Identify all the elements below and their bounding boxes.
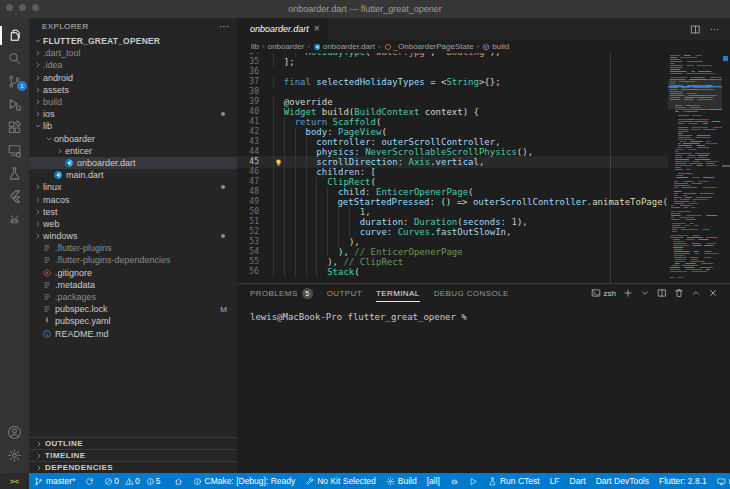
tree-item-onboarder-dart[interactable]: onboarder.dart [29, 157, 237, 169]
tree-item-ios[interactable]: ios [29, 108, 237, 120]
tree-item--flutter-plugins[interactable]: .flutter-plugins [29, 242, 237, 254]
terminal-output[interactable]: lewis@MacBook-Pro flutter_great_opener % [237, 302, 730, 474]
code-line-50: 501, [237, 207, 668, 217]
kill-terminal-icon[interactable] [674, 288, 684, 298]
tree-item-onboarder[interactable]: onboarder [29, 133, 237, 145]
breadcrumb-lib[interactable]: lib [251, 42, 259, 51]
tree-item--gitignore[interactable]: .gitignore [29, 267, 237, 279]
tree-item--packages[interactable]: .packages [29, 291, 237, 303]
activity-explorer-icon[interactable] [0, 24, 29, 47]
breadcrumb-onboarder-dart[interactable]: onboarder.dart [313, 42, 375, 51]
status-sync-changes[interactable] [80, 473, 99, 489]
vscode-window: onboarder.dart — flutter_great_opener 1 … [0, 0, 730, 489]
chevron-right-icon [33, 86, 43, 94]
overview-ruler[interactable] [722, 53, 730, 283]
line-number: 43 [237, 137, 259, 147]
breadcrumb--onboarderpagestate[interactable]: _OnboarderPageState [384, 42, 474, 51]
activity-flutter-icon[interactable] [0, 185, 29, 208]
status-flutter-version[interactable]: Flutter: 2.8.1 [654, 473, 712, 489]
activity-source-control-icon[interactable]: 1 [0, 70, 29, 93]
close-window-button[interactable] [6, 4, 13, 11]
line-number: 39 [237, 97, 259, 107]
explorer-more-actions-icon[interactable]: ··· [219, 24, 229, 30]
status-cmake-build[interactable]: Build [381, 473, 422, 489]
tree-item-pubspec-lock[interactable]: pubspec.lockM [29, 303, 237, 315]
tree-item-lib[interactable]: lib [29, 120, 237, 132]
activity-android-emulator-icon[interactable] [0, 208, 29, 231]
tree-item-build[interactable]: build [29, 96, 237, 108]
activity-remote-explorer-icon[interactable] [0, 139, 29, 162]
tree-item-windows[interactable]: windows [29, 230, 237, 242]
panel-tab-debug-console[interactable]: DEBUG CONSOLE [434, 284, 509, 302]
lightbulb-icon[interactable] [274, 158, 283, 167]
editor-more-actions-icon[interactable] [709, 24, 720, 35]
status-language-mode[interactable]: Dart [565, 473, 591, 489]
zoom-window-button[interactable] [32, 4, 39, 11]
code-token: , [365, 207, 370, 217]
code-token: Widget [284, 107, 322, 117]
tab-close-icon[interactable]: × [314, 25, 320, 33]
section-timeline[interactable]: TIMELINE [29, 449, 237, 461]
status-dart-devtools[interactable]: Dart DevTools [591, 473, 654, 489]
monitor-icon [717, 477, 726, 486]
split-terminal-icon[interactable] [657, 288, 667, 298]
activity-run-debug-icon[interactable] [0, 93, 29, 116]
tree-item-label: android [43, 73, 73, 83]
activity-settings-icon[interactable] [0, 444, 29, 467]
terminal-profile-icon[interactable]: zsh [591, 288, 616, 298]
maximize-panel-icon[interactable] [691, 288, 701, 298]
status-cmake-debug[interactable] [445, 473, 464, 489]
tree-item--dart-tool[interactable]: .dart_tool [29, 47, 237, 59]
status-device-selector[interactable]: macOS (darwin) [712, 473, 730, 489]
panel-tab-output[interactable]: OUTPUT [327, 284, 362, 302]
section-dependencies[interactable]: DEPENDENCIES [29, 461, 237, 473]
code-token: NeverScrollableScrollPhysics [365, 147, 517, 157]
tree-item-android[interactable]: android [29, 72, 237, 84]
breadcrumb-onboarder[interactable]: onboarder [268, 42, 304, 51]
status-cmake-status[interactable]: CMake: [Debug]: Ready [188, 473, 301, 489]
line-number: 52 [237, 227, 259, 237]
status-cmake-kit[interactable]: No Kit Selected [300, 473, 381, 489]
status-problems-status[interactable]: 005 [99, 473, 168, 489]
status-ctest[interactable]: Run CTest [483, 473, 545, 489]
breadcrumb-build[interactable]: build [482, 42, 509, 51]
tree-item-test[interactable]: test [29, 206, 237, 218]
tree-item-main-dart[interactable]: main.dart [29, 169, 237, 181]
tree-item-readme-md[interactable]: README.md [29, 328, 237, 340]
code-line-52: 52curve: Curves.fastOutSlowIn, [237, 227, 668, 237]
tree-root-flutter_great_opener[interactable]: FLUTTER_GREAT_OPENER [29, 35, 237, 47]
status-git-branch[interactable]: master* [29, 473, 80, 489]
minimap[interactable] [668, 53, 722, 283]
status-cmake-target[interactable]: [all] [422, 473, 445, 489]
panel-tab-problems[interactable]: PROBLEMS5 [250, 284, 313, 302]
status-home[interactable] [169, 473, 188, 489]
activity-extensions-icon[interactable] [0, 116, 29, 139]
code-token: seconds: [463, 217, 512, 227]
tree-item-linux[interactable]: linux [29, 181, 237, 193]
new-terminal-icon[interactable] [623, 288, 633, 298]
code-line-45: 45scrollDirection: Axis.vertical, [237, 157, 668, 167]
tree-item-pubspec-yaml[interactable]: pubspec.yaml [29, 315, 237, 327]
close-panel-icon[interactable] [708, 288, 718, 298]
split-editor-icon[interactable] [690, 24, 701, 35]
tree-item-assets[interactable]: assets [29, 84, 237, 96]
tree-item-web[interactable]: web [29, 218, 237, 230]
tree-item-enticer[interactable]: enticer [29, 145, 237, 157]
status-remote-indicator[interactable]: >< [0, 473, 29, 489]
minimize-window-button[interactable] [19, 4, 26, 11]
status-cmake-launch[interactable] [464, 473, 483, 489]
tab-onboarder-dart[interactable]: onboarder.dart × [237, 18, 328, 40]
launch-profile-dropdown-icon[interactable] [640, 288, 650, 298]
activity-search-icon[interactable] [0, 47, 29, 70]
activity-accounts-icon[interactable] [0, 421, 29, 444]
status-eol[interactable]: LF [545, 473, 565, 489]
activity-testing-icon[interactable] [0, 162, 29, 185]
tree-item--metadata[interactable]: .metadata [29, 279, 237, 291]
panel-tab-terminal[interactable]: TERMINAL [376, 284, 420, 302]
code-editor[interactable]: 34HolidayType('water.jpg', 'Boating'),35… [237, 53, 730, 283]
tree-item--flutter-plugins-dependencies[interactable]: .flutter-plugins-dependencies [29, 254, 237, 266]
tree-item--idea[interactable]: .idea [29, 59, 237, 71]
section-outline[interactable]: OUTLINE [29, 437, 237, 449]
tree-item-macos[interactable]: macos [29, 193, 237, 205]
scm-badge: 1 [17, 81, 27, 91]
